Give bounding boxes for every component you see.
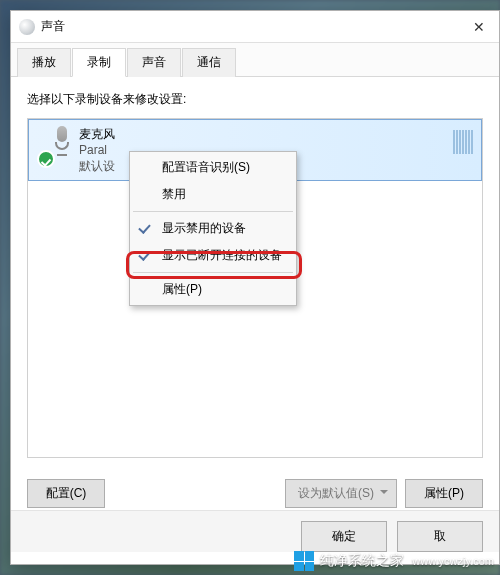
tab-communications[interactable]: 通信 [182,48,236,77]
device-subtitle: Paral [79,142,115,158]
ctx-disable[interactable]: 禁用 [132,181,294,208]
ctx-configure-speech[interactable]: 配置语音识别(S) [132,154,294,181]
microphone-icon [51,126,73,156]
set-default-button[interactable]: 设为默认值(S) [285,479,397,508]
sound-dialog: 声音 ✕ 播放 录制 声音 通信 选择以下录制设备来修改设置: 麦克风 [10,10,500,565]
ctx-separator [133,211,293,212]
tab-playback[interactable]: 播放 [17,48,71,77]
level-meter-icon [453,130,473,154]
titlebar: 声音 ✕ [11,11,499,43]
ctx-properties[interactable]: 属性(P) [132,276,294,303]
sound-icon [19,19,35,35]
ctx-separator [133,272,293,273]
tab-recording[interactable]: 录制 [72,48,126,77]
instruction-text: 选择以下录制设备来修改设置: [27,91,483,108]
context-menu: 配置语音识别(S) 禁用 显示禁用的设备 显示已断开连接的设备 属性(P) [129,151,297,306]
device-name: 麦克风 [79,126,115,142]
ok-button[interactable]: 确定 [301,521,387,552]
device-icon-wrap [37,126,73,168]
watermark: 纯净系统之家 www.ycwzjy.com [294,551,494,571]
device-status: 默认设 [79,158,115,174]
bottom-button-row: 配置(C) 设为默认值(S) 属性(P) [27,479,483,508]
dialog-button-row: 确定 取 [11,510,499,552]
default-check-icon [37,150,55,168]
window-title: 声音 [41,18,459,35]
ctx-show-disconnected[interactable]: 显示已断开连接的设备 [132,242,294,269]
properties-button[interactable]: 属性(P) [405,479,483,508]
ctx-show-disabled[interactable]: 显示禁用的设备 [132,215,294,242]
close-button[interactable]: ✕ [459,11,499,43]
cancel-button[interactable]: 取 [397,521,483,552]
watermark-brand: 纯净系统之家 [320,552,404,570]
watermark-logo-icon [294,551,314,571]
tab-sounds[interactable]: 声音 [127,48,181,77]
device-text: 麦克风 Paral 默认设 [79,126,115,174]
configure-button[interactable]: 配置(C) [27,479,105,508]
watermark-url: www.ycwzjy.com [412,555,494,567]
tab-strip: 播放 录制 声音 通信 [11,43,499,77]
